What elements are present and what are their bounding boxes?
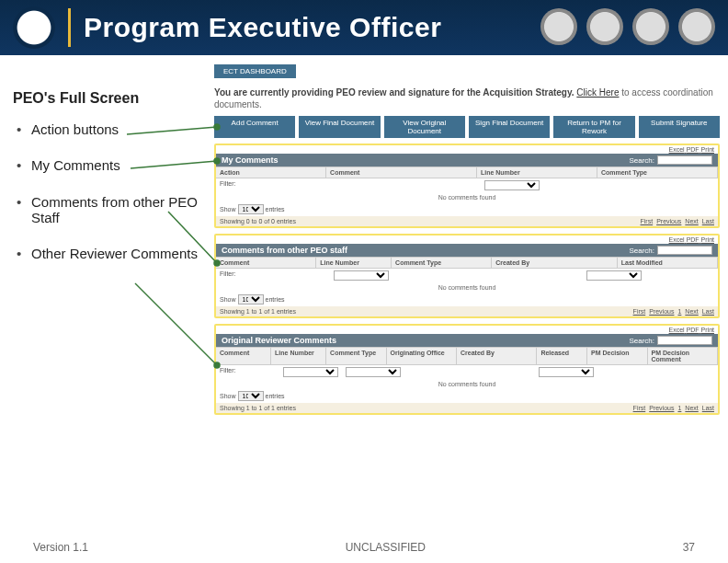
add-comment-button[interactable]: Add Comment <box>214 116 295 138</box>
view-final-doc-button[interactable]: View Final Document <box>299 116 380 138</box>
click-here-link[interactable]: Click Here <box>576 87 619 98</box>
search-input[interactable] <box>657 336 712 345</box>
export-excel[interactable]: Excel <box>669 146 685 153</box>
bullet-other-reviewer: Other Reviewer Comments <box>17 246 210 261</box>
divider <box>68 8 71 47</box>
panel-title: Original Reviewer Comments <box>222 336 336 345</box>
submit-signature-button[interactable]: Submit Signature <box>639 116 720 138</box>
original-reviewer-panel: Excel PDF Print Original Reviewer Commen… <box>214 324 720 415</box>
filter-select[interactable] <box>484 180 540 190</box>
usmc-seal-icon <box>586 8 623 45</box>
view-original-doc-button[interactable]: View Original Document <box>384 116 465 138</box>
export-print[interactable]: Print <box>701 146 714 153</box>
bullet-action-buttons: Action buttons <box>17 121 210 137</box>
left-heading: PEO's Full Screen <box>13 90 210 107</box>
svg-line-6 <box>135 283 217 365</box>
page-title: Program Executive Officer <box>84 12 441 43</box>
search-input[interactable] <box>657 155 712 165</box>
entries-select[interactable]: 10 <box>238 204 264 214</box>
panel-title: My Comments <box>222 155 279 165</box>
tab-ect-dashboard[interactable]: ECT DASHBOARD <box>214 64 296 78</box>
service-seals <box>540 8 715 45</box>
export-pdf[interactable]: PDF <box>687 146 700 153</box>
other-peo-staff-panel: Excel PDF Print Comments from other PEO … <box>214 234 720 318</box>
sign-final-doc-button[interactable]: Sign Final Document <box>469 116 550 138</box>
navy-seal-icon <box>632 8 669 45</box>
app-screenshot: ECT DASHBOARD You are currently providin… <box>214 64 720 420</box>
return-to-pm-button[interactable]: Return to PM for Rework <box>553 116 634 138</box>
usaf-seal-icon <box>678 8 715 45</box>
version-label: Version 1.1 <box>33 541 88 554</box>
army-seal-icon <box>540 8 577 45</box>
action-button-row: Add Comment View Final Document View Ori… <box>214 116 720 138</box>
bullet-my-comments: My Comments <box>17 157 210 173</box>
search-input[interactable] <box>657 246 712 255</box>
classification-label: UNCLASSIFIED <box>346 541 426 554</box>
instruction-text: You are currently providing PEO review a… <box>214 87 720 110</box>
pager: FirstPreviousNextLast <box>637 218 714 224</box>
bullet-other-peo-staff: Comments from other PEO Staff <box>17 194 210 226</box>
my-comments-panel: Excel PDF Print My Comments Search: Acti… <box>214 144 720 228</box>
page-number: 37 <box>683 541 695 554</box>
panel-title: Comments from other PEO staff <box>222 246 347 255</box>
dod-seal-icon <box>13 6 55 49</box>
